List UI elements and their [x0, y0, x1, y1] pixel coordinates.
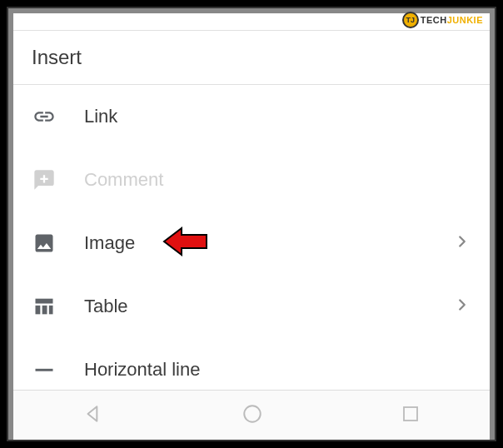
highlight-arrow-icon — [162, 225, 210, 261]
svg-rect-2 — [42, 306, 47, 315]
panel-title: Insert — [13, 31, 490, 84]
insert-panel: Insert Link Comment — [13, 13, 490, 390]
device-frame: TJ TECHJUNKIE Insert Link — [7, 7, 496, 441]
link-icon — [32, 104, 57, 129]
insert-menu-list: Link Comment Image — [13, 85, 490, 390]
svg-rect-1 — [36, 306, 41, 315]
comment-icon — [32, 167, 57, 192]
android-nav-bar — [13, 390, 490, 440]
svg-rect-6 — [404, 407, 417, 421]
watermark-text: TECHJUNKIE — [421, 15, 483, 25]
svg-rect-3 — [49, 306, 53, 315]
svg-point-5 — [244, 406, 261, 422]
nav-home-button[interactable] — [242, 403, 263, 428]
nav-recent-button[interactable] — [401, 404, 421, 427]
svg-rect-0 — [36, 299, 53, 304]
chevron-right-icon — [453, 232, 471, 254]
table-icon — [32, 294, 57, 319]
watermark: TJ TECHJUNKIE — [402, 12, 483, 28]
menu-item-image[interactable]: Image — [13, 212, 490, 275]
image-icon — [32, 231, 57, 256]
menu-item-label: Horizontal line — [84, 359, 471, 381]
horizontal-line-icon — [32, 357, 57, 382]
nav-back-button[interactable] — [82, 403, 104, 428]
menu-item-horizontal-line[interactable]: Horizontal line — [13, 338, 490, 390]
menu-item-label: Image — [84, 232, 453, 254]
menu-item-link[interactable]: Link — [13, 85, 490, 148]
svg-rect-4 — [36, 369, 53, 371]
watermark-badge: TJ — [402, 12, 419, 28]
menu-item-comment: Comment — [13, 148, 490, 212]
chevron-right-icon — [453, 296, 471, 317]
menu-item-label: Comment — [84, 169, 471, 191]
menu-item-label: Table — [84, 296, 453, 317]
menu-item-table[interactable]: Table — [13, 275, 490, 338]
menu-item-label: Link — [84, 106, 471, 127]
